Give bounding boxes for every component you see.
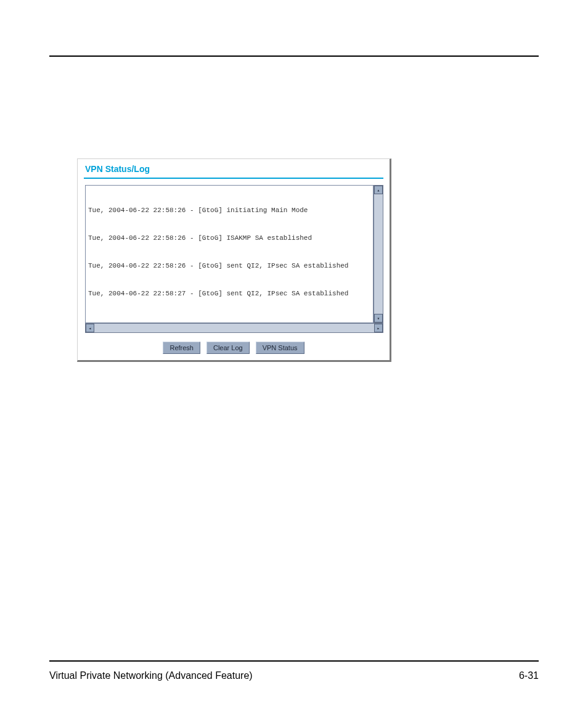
vpn-status-button[interactable]: VPN Status (256, 342, 304, 354)
log-box: Tue, 2004-06-22 22:58:26 - [GtoG] initia… (84, 185, 383, 333)
log-line: Tue, 2004-06-22 22:58:27 - [GtoG] sent Q… (88, 289, 370, 298)
footer-section-title: Virtual Private Networking (Advanced Fea… (49, 670, 253, 681)
scroll-down-icon[interactable]: ▾ (374, 314, 383, 322)
scroll-up-icon[interactable]: ▴ (374, 186, 383, 194)
refresh-button[interactable]: Refresh (163, 342, 200, 354)
log-line: Tue, 2004-06-22 22:58:26 - [GtoG] initia… (88, 206, 370, 215)
panel-separator (84, 178, 383, 179)
horizontal-scrollbar[interactable]: ◂ ▸ (85, 323, 383, 333)
scroll-left-icon[interactable]: ◂ (86, 324, 94, 332)
log-line: Tue, 2004-06-22 22:58:26 - [GtoG] sent Q… (88, 261, 370, 271)
footer-page-number: 6-31 (519, 670, 539, 681)
panel-title: VPN Status/Log (85, 164, 383, 174)
buttons-row: Refresh Clear Log VPN Status (84, 342, 383, 354)
top-horizontal-rule (49, 55, 539, 57)
bottom-horizontal-rule (49, 660, 539, 662)
vpn-status-log-panel: VPN Status/Log Tue, 2004-06-22 22:58:26 … (77, 158, 391, 362)
log-line: Tue, 2004-06-22 22:58:26 - [GtoG] ISAKMP… (88, 234, 370, 243)
scroll-right-icon[interactable]: ▸ (374, 324, 383, 332)
vertical-scrollbar[interactable]: ▴ ▾ (374, 185, 383, 323)
log-content: Tue, 2004-06-22 22:58:26 - [GtoG] initia… (85, 185, 374, 323)
clear-log-button[interactable]: Clear Log (206, 342, 250, 354)
page-footer: Virtual Private Networking (Advanced Fea… (49, 670, 539, 681)
